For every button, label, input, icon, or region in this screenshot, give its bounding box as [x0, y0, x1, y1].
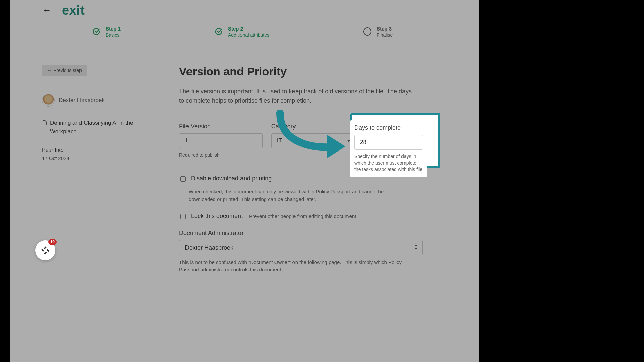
widget-logo-icon [40, 245, 51, 256]
disable-download-label: Disable download and printing [191, 175, 272, 182]
step-3[interactable]: Step 3 Finalise [363, 26, 393, 38]
user-row: Dexter Haasbroek [42, 94, 137, 107]
circle-icon [363, 27, 371, 36]
lock-document-label: Lock this document [191, 213, 243, 220]
header: ← exit [42, 0, 447, 21]
days-label: Days to complete [354, 124, 423, 131]
lock-document-help: Prevent other people from editing this d… [247, 213, 356, 220]
document-admin-select[interactable] [179, 240, 423, 255]
disable-download-help: When checked, this document can only be … [179, 188, 410, 203]
svg-rect-1 [44, 252, 47, 254]
previous-step-button[interactable]: ← Previous step [42, 65, 87, 76]
lock-document-row: Lock this document Prevent other people … [179, 213, 447, 220]
document-row: Defining and Classifying AI in the Workp… [42, 119, 137, 136]
stepper: Step 1 Basics Step 2 Additional attribut… [42, 21, 447, 42]
document-title: Defining and Classifying AI in the Workp… [50, 119, 137, 136]
sidebar: ← Previous step Dexter Haasbroek Definin… [42, 42, 144, 344]
disable-download-checkbox[interactable] [180, 176, 186, 182]
step-2-title: Step 2 [228, 26, 269, 32]
file-version-label: File Version [179, 123, 263, 130]
document-admin-help: This is not to be confused with "Documen… [179, 259, 414, 274]
step-2-sub: Additional attributes [228, 32, 269, 38]
doc-date: 17 Oct 2024 [42, 155, 137, 161]
help-widget-button[interactable]: 19 [35, 240, 55, 260]
brand-logo: exit [62, 3, 85, 18]
svg-rect-0 [44, 246, 47, 249]
days-to-complete-callout: Days to complete Specify the number of d… [350, 120, 427, 177]
disable-download-row: Disable download and printing When check… [179, 175, 447, 209]
file-version-field: File Version Required to publish [179, 123, 263, 159]
main-content: Version and Priority The file version is… [144, 42, 447, 344]
user-name: Dexter Haasbroek [59, 97, 105, 104]
step-1[interactable]: Step 1 Basics [92, 26, 121, 38]
category-field: Category ▾ [271, 123, 355, 159]
app-frame: ← exit Step 1 Basics Step 2 Additional a… [10, 0, 479, 362]
step-1-sub: Basics [106, 32, 121, 38]
sort-icon [414, 244, 418, 251]
step-1-title: Step 1 [106, 26, 121, 32]
svg-rect-3 [47, 249, 49, 252]
section-title: Version and Priority [179, 65, 447, 78]
check-circle-icon [215, 27, 223, 36]
back-arrow-icon[interactable]: ← [42, 5, 51, 16]
document-admin-field: Document Administrator This is not to be… [179, 230, 423, 274]
section-desc: The file version is important. It is use… [179, 87, 414, 106]
file-version-input[interactable] [179, 133, 263, 148]
file-version-help: Required to publish [179, 152, 263, 159]
check-circle-icon [92, 27, 100, 36]
document-admin-label: Document Administrator [179, 230, 423, 237]
category-select[interactable] [271, 133, 355, 148]
step-3-sub: Finalise [377, 32, 393, 38]
step-3-title: Step 3 [377, 26, 393, 32]
widget-badge-count: 19 [48, 239, 57, 245]
lock-document-checkbox[interactable] [180, 214, 186, 219]
svg-rect-2 [41, 249, 44, 252]
days-input[interactable] [354, 135, 423, 150]
org-name: Pear Inc. [42, 147, 137, 153]
category-label: Category [271, 123, 355, 130]
document-icon [42, 120, 47, 125]
step-2[interactable]: Step 2 Additional attributes [215, 26, 269, 38]
avatar [42, 94, 55, 107]
days-help: Specify the number of days in which the … [354, 153, 423, 173]
